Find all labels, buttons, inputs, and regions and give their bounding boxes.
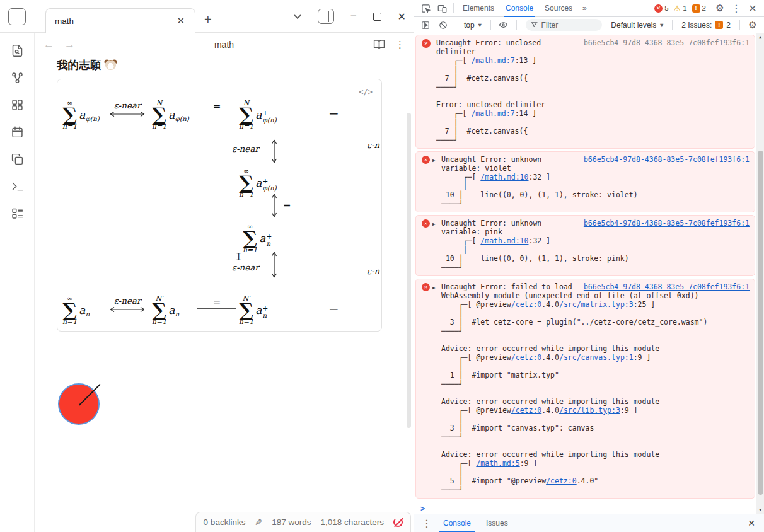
right-sidebar-toggle-icon[interactable] xyxy=(318,9,334,24)
scroll-up-arrow[interactable]: ▲ xyxy=(756,33,764,41)
warning-count-badge[interactable]: ⚠1 xyxy=(674,4,687,13)
tab-list-chevron-icon[interactable] xyxy=(294,14,301,19)
drawer-close-icon[interactable]: ✕ xyxy=(744,518,759,528)
device-toolbar-icon[interactable] xyxy=(434,2,449,14)
console-text: Uncaught Error: unclosed delimiter xyxy=(436,38,541,56)
console-text: │ xyxy=(441,182,468,190)
console-prompt[interactable]: > xyxy=(415,501,755,513)
eps-near-arrow-2: ε-near xyxy=(108,296,147,313)
console-line: 10 │ line((0, 0), (1, 1), stroke: violet… xyxy=(441,190,750,199)
source-link[interactable]: /math.md:5 xyxy=(476,459,519,468)
backlinks-count[interactable]: 0 backlinks xyxy=(204,518,246,527)
tab-console[interactable]: Console xyxy=(501,0,538,17)
error-count-badge[interactable]: ✕5 xyxy=(654,4,668,13)
tab-math[interactable]: math ✕ xyxy=(45,8,195,33)
expand-triangle-icon[interactable]: ▶ xyxy=(432,220,436,229)
source-link[interactable]: /cetz:0 xyxy=(511,300,541,309)
console-sidebar-icon[interactable] xyxy=(418,19,433,32)
source-link[interactable]: /src/lib.typ:3 xyxy=(559,406,620,415)
console-text: ┌─[ xyxy=(436,56,471,65)
console-text: ────┘ xyxy=(436,83,458,91)
issues-chip[interactable]: 2 Issues:!2 xyxy=(678,21,734,30)
new-tab-button[interactable]: + xyxy=(204,13,212,27)
eps-near-arrow: ε-near xyxy=(108,100,147,118)
console-settings-icon[interactable]: ⚙ xyxy=(745,19,760,32)
file-search-icon[interactable] xyxy=(11,44,24,57)
live-expression-eye-icon[interactable] xyxy=(496,19,511,32)
more-options-icon[interactable]: ⋮ xyxy=(395,39,405,50)
filter-input[interactable] xyxy=(541,21,598,30)
heading-text: 我的志願 xyxy=(57,57,101,72)
source-link[interactable]: /cetz:0 xyxy=(546,477,576,485)
console-text: :9 ] xyxy=(520,459,538,468)
console-filter[interactable] xyxy=(526,19,603,31)
source-location[interactable]: b66e5cb4-97d8-4368-83e5-7c08fef193f6:1 xyxy=(584,155,750,164)
clipped-eps-label-1: ε-n xyxy=(367,140,379,150)
source-link[interactable]: /math.md:10 xyxy=(480,173,528,182)
console-text: │ xyxy=(436,65,458,74)
console-text: .4.0 xyxy=(541,300,559,309)
source-link[interactable]: /src/canvas.typ:1 xyxy=(559,353,634,362)
issue-count-badge[interactable]: !2 xyxy=(692,4,706,13)
obsidian-ribbon xyxy=(0,33,35,532)
expand-triangle-icon[interactable]: ▶ xyxy=(432,156,436,165)
source-location[interactable]: b66e5cb4-97d8-4368-83e5-7c08fef193f6:1 xyxy=(584,219,750,228)
left-sidebar-toggle-icon[interactable] xyxy=(8,8,26,25)
expand-triangle-icon[interactable]: ▶ xyxy=(432,284,436,292)
window-minimize-button[interactable]: − xyxy=(350,13,357,20)
calendar-icon[interactable] xyxy=(11,125,24,139)
drawer-menu-icon[interactable]: ⋮ xyxy=(419,517,434,529)
devtools-menu-icon[interactable]: ⋮ xyxy=(729,2,744,14)
source-location[interactable]: b66e5cb4-97d8-4368-83e5-7c08fef193f6:1 xyxy=(584,38,750,47)
vertical-eps-arrow-2 xyxy=(270,250,278,280)
devtools-settings-icon[interactable]: ⚙ xyxy=(712,2,727,14)
console-text: ────┘ xyxy=(441,199,463,208)
tab-close-icon[interactable]: ✕ xyxy=(173,14,188,28)
inspect-element-icon[interactable] xyxy=(418,2,433,14)
edit-mode-icon[interactable]: ✎ xyxy=(255,518,262,528)
console-text: 3 │ #import "canvas.typ": canvas xyxy=(441,424,594,432)
math-block: </> ∞∑n=1 aφ(n) ε-near N∑n=1 aφ(n) xyxy=(57,79,382,332)
console-line: 5 │ #import "@preview/cetz:0.4.0" xyxy=(441,477,750,485)
console-line xyxy=(441,441,750,450)
text-cursor: I xyxy=(236,252,241,262)
terminal-icon[interactable] xyxy=(11,180,24,193)
window-close-button[interactable]: ✕ xyxy=(398,11,406,23)
source-link[interactable]: /src/matrix.typ:3 xyxy=(559,300,634,309)
console-text: 10 │ line((0, 0), (1, 1), stroke: pink) xyxy=(441,254,629,263)
console-line: Error: unclosed delimiter xyxy=(436,100,750,109)
view-title: math xyxy=(35,40,414,50)
sum-Nprime-a-plus-n: N′∑n=1 a+n xyxy=(239,295,268,325)
source-link[interactable]: /cetz:0 xyxy=(511,353,541,362)
edit-code-button[interactable]: </> xyxy=(359,88,373,96)
console-area: 2b66e5cb4-97d8-4368-83e5-7c08fef193f6:1U… xyxy=(414,33,764,514)
editor-scrollbar[interactable] xyxy=(407,113,411,428)
drawer-tab-issues[interactable]: Issues xyxy=(480,514,514,532)
source-link[interactable]: /math.md:10 xyxy=(480,236,528,245)
tab-elements[interactable]: Elements xyxy=(458,0,499,17)
tab-sources[interactable]: Sources xyxy=(540,0,577,17)
console-scrollbar-thumb[interactable] xyxy=(758,151,763,495)
log-levels-selector[interactable]: Default levels▼ xyxy=(608,21,667,30)
devtools-close-icon[interactable]: ✕ xyxy=(745,2,760,14)
list-panel-icon[interactable] xyxy=(11,207,24,220)
context-selector[interactable]: top▼ xyxy=(461,21,485,30)
layout-grid-icon[interactable] xyxy=(11,98,24,112)
source-link[interactable]: /math.md:7 xyxy=(471,56,514,65)
drawer-tab-console[interactable]: Console xyxy=(437,514,477,532)
source-link[interactable]: /math.md:7 xyxy=(471,109,514,118)
more-tabs-icon[interactable]: » xyxy=(579,4,591,13)
console-scrollbar[interactable]: ▲ ▼ xyxy=(756,33,764,514)
reading-mode-icon[interactable] xyxy=(373,38,385,50)
sum-N-a-plus-phi: N∑n=1 a+φ(n) xyxy=(239,100,277,130)
tab-title: math xyxy=(55,16,173,26)
source-link[interactable]: /cetz:0 xyxy=(511,406,541,415)
eps-near-label-2: ε-near xyxy=(232,262,259,272)
scroll-down-arrow[interactable]: ▼ xyxy=(756,506,764,514)
source-location[interactable]: b66e5cb4-97d8-4368-83e5-7c08fef193f6:1 xyxy=(584,282,750,291)
copy-files-icon[interactable] xyxy=(11,153,24,166)
window-maximize-button[interactable] xyxy=(373,13,381,21)
clear-console-icon[interactable] xyxy=(436,19,451,32)
graph-view-icon[interactable] xyxy=(11,71,24,84)
sync-disabled-icon[interactable] xyxy=(393,518,403,527)
